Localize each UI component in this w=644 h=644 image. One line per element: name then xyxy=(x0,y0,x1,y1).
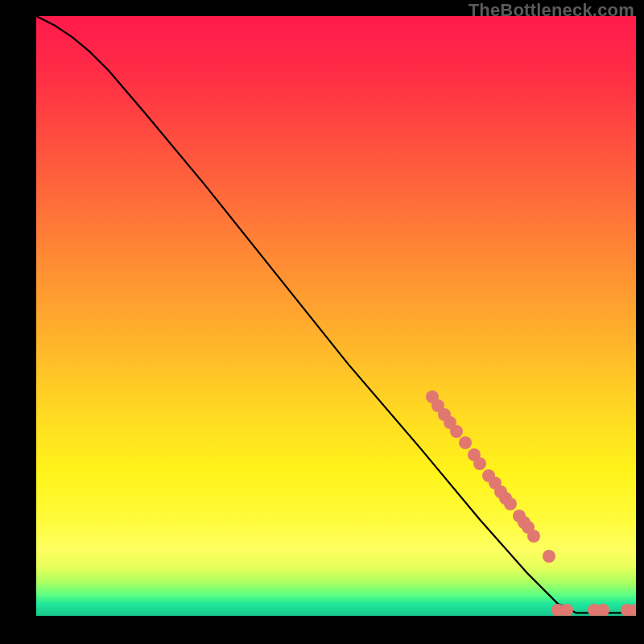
marker-layer xyxy=(36,16,636,616)
data-marker xyxy=(527,530,540,543)
data-marker xyxy=(597,604,609,616)
data-marker xyxy=(560,604,573,616)
plot-area xyxy=(36,16,636,616)
watermark-text: TheBottleneck.com xyxy=(469,0,634,21)
data-marker xyxy=(459,436,472,449)
data-marker xyxy=(543,550,555,563)
data-marker xyxy=(630,604,636,616)
data-marker xyxy=(450,425,463,438)
data-marker xyxy=(473,457,486,470)
data-marker xyxy=(504,497,517,510)
chart-frame: TheBottleneck.com xyxy=(0,0,644,644)
